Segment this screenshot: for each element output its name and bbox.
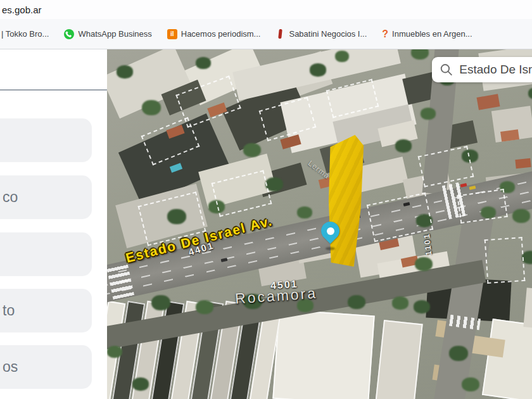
address-bar[interactable]: es.gob.ar xyxy=(0,0,532,19)
bookmark-whatsapp[interactable]: WhatsApp Business xyxy=(64,29,151,39)
bookmark-tokko[interactable]: | Tokko Bro... xyxy=(1,29,49,39)
bookmark-label: Hacemos periodism... xyxy=(181,29,261,39)
sidebar-item-3[interactable] xyxy=(0,232,92,276)
bookmark-label: WhatsApp Business xyxy=(78,29,151,39)
bookmark-inmuebles[interactable]: ? Inmuebles en Argen... xyxy=(382,29,472,39)
whatsapp-icon xyxy=(64,29,74,39)
sidebar-divider xyxy=(0,89,107,91)
bookmark-sabatini[interactable]: Sabatini Negocios I... xyxy=(276,29,367,39)
bookmark-label: | Tokko Bro... xyxy=(1,29,49,39)
bookmark-label: Sabatini Negocios I... xyxy=(289,29,367,39)
map-canvas[interactable]: 4401 Estado De Israel Av. 4501 Rocamora … xyxy=(107,49,532,399)
search-icon xyxy=(440,63,452,76)
sidebar-item-4[interactable]: to xyxy=(0,289,92,332)
news-icon: il xyxy=(167,29,177,39)
sidebar: co to os xyxy=(0,49,107,399)
question-pin-icon: ? xyxy=(382,29,388,39)
sidebar-item-5[interactable]: os xyxy=(0,345,92,389)
bookmark-label: Inmuebles en Argen... xyxy=(392,29,472,39)
map-search-box[interactable]: Estado De Israe xyxy=(432,57,532,82)
location-pin[interactable] xyxy=(320,222,340,248)
street-number-1101: 1101 xyxy=(422,232,434,256)
red-mark-icon xyxy=(279,29,283,39)
map-search-value: Estado De Israe xyxy=(459,63,532,77)
sidebar-item-2[interactable]: co xyxy=(0,175,92,219)
bookmarks-bar: | Tokko Bro... WhatsApp Business il Hace… xyxy=(0,19,532,49)
address-url[interactable]: es.gob.ar xyxy=(2,4,42,15)
bookmark-hacemos[interactable]: il Hacemos periodism... xyxy=(167,29,261,39)
sidebar-item-1[interactable] xyxy=(0,118,92,162)
browser-window: es.gob.ar | Tokko Bro... WhatsApp Busine… xyxy=(0,0,532,399)
